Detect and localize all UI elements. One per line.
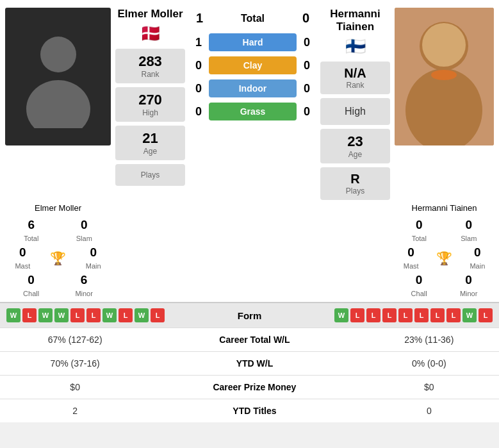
left-mast-main-row: 0 Mast 🏆 0 Main bbox=[5, 245, 111, 271]
indoor-button[interactable]: Indoor bbox=[209, 79, 297, 97]
left-form-8: W bbox=[135, 308, 149, 322]
right-form-8: W bbox=[462, 308, 477, 322]
prize-money-label: Career Prize Money bbox=[150, 376, 359, 399]
career-total-left: 67% (127-62) bbox=[0, 328, 150, 352]
stats-table: 67% (127-62) Career Total W/L 23% (11-36… bbox=[0, 328, 499, 422]
right-form-5: L bbox=[414, 308, 429, 322]
right-plays-label: Plays bbox=[323, 187, 387, 195]
right-form-9: L bbox=[479, 308, 493, 322]
right-rank-value: N/A bbox=[323, 66, 387, 81]
right-flag: 🇫🇮 bbox=[345, 37, 366, 56]
clay-right-score: 0 bbox=[300, 59, 314, 72]
grass-row: 0 Grass 0 bbox=[192, 103, 314, 120]
left-stats-spacer bbox=[111, 203, 184, 213]
right-player-label: Hermanni Tiainen bbox=[395, 203, 494, 213]
ytd-wl-left: 70% (37-16) bbox=[0, 352, 150, 376]
left-player-info: Elmer Moller 🇩🇰 283 Rank 270 High 21 Age… bbox=[113, 8, 187, 200]
total-row: 1 Total 0 bbox=[192, 11, 314, 26]
left-main-val: 0 bbox=[86, 245, 101, 260]
right-mast-lbl: Mast bbox=[404, 262, 419, 270]
left-form-7: L bbox=[119, 308, 133, 322]
ytd-wl-right: 0% (0-0) bbox=[359, 352, 499, 376]
right-form-6: L bbox=[430, 308, 445, 322]
right-total-cell: 0 Total bbox=[412, 218, 427, 244]
left-rank-value: 283 bbox=[119, 53, 182, 70]
career-total-label: Career Total W/L bbox=[150, 328, 359, 352]
right-age-label: Age bbox=[323, 150, 387, 159]
grass-left-score: 0 bbox=[192, 105, 206, 119]
hard-button[interactable]: Hard bbox=[209, 33, 297, 51]
ytd-titles-row: 2 YTD Titles 0 bbox=[0, 399, 499, 423]
left-total-val: 6 bbox=[24, 218, 38, 232]
left-high-box: 270 High bbox=[115, 87, 185, 122]
clay-button[interactable]: Clay bbox=[209, 56, 297, 74]
left-rank-box: 283 Rank bbox=[115, 49, 185, 83]
right-trophy-icon: 🏆 bbox=[436, 251, 452, 266]
left-chall-val: 0 bbox=[23, 273, 39, 287]
right-stats-block: 0 Total 0 Slam 0 Mast 🏆 0 Main bbox=[395, 218, 494, 299]
svg-point-1 bbox=[26, 80, 90, 128]
prize-money-row: $0 Career Prize Money $0 bbox=[0, 376, 499, 399]
surface-rows: 1 Hard 0 0 Clay 0 0 Indoor 0 bbox=[192, 33, 314, 126]
left-flag: 🇩🇰 bbox=[140, 24, 161, 44]
right-age-value: 23 bbox=[323, 133, 387, 150]
indoor-left-score: 0 bbox=[192, 82, 206, 95]
left-plays-box: Plays bbox=[115, 164, 185, 186]
left-form-5: L bbox=[86, 308, 101, 322]
right-slam-val: 0 bbox=[461, 218, 477, 232]
right-mast-val: 0 bbox=[404, 245, 419, 260]
right-chall-val: 0 bbox=[411, 273, 427, 287]
left-form-badges: W L W W L L W L W L bbox=[6, 308, 165, 322]
right-mast-main-row: 0 Mast 🏆 0 Main bbox=[395, 245, 494, 271]
right-form-4: L bbox=[398, 308, 413, 322]
right-form-2: L bbox=[366, 308, 380, 322]
right-rank-box: N/A Rank bbox=[320, 62, 390, 94]
player-name-labels: Elmer Moller Hermanni Tiainen bbox=[0, 203, 499, 218]
ytd-titles-right: 0 bbox=[359, 399, 499, 423]
left-chall-minor-row: 0 Chall 6 Minor bbox=[5, 273, 111, 299]
right-main-lbl: Main bbox=[470, 262, 485, 270]
left-minor-cell: 6 Minor bbox=[75, 273, 93, 299]
center-stats-spacer bbox=[190, 218, 316, 299]
left-player-name: Elmer Moller bbox=[117, 8, 183, 21]
right-chall-minor-row: 0 Chall 0 Minor bbox=[395, 273, 494, 299]
form-label: Form bbox=[228, 310, 272, 321]
center-section: 1 Total 0 1 Hard 0 0 Clay 0 bbox=[190, 8, 316, 200]
left-age-label: Age bbox=[119, 147, 182, 156]
right-form-0: W bbox=[334, 308, 348, 322]
left-total-lbl: Total bbox=[24, 235, 38, 242]
form-section: W L W W L L W L W L Form W L L L L L L L… bbox=[0, 302, 499, 328]
left-main-lbl: Main bbox=[86, 262, 101, 270]
left-high-label: High bbox=[119, 108, 182, 117]
left-slam-cell: 0 Slam bbox=[76, 218, 92, 244]
left-slam-val: 0 bbox=[76, 218, 92, 232]
left-chall-cell: 0 Chall bbox=[23, 273, 39, 299]
total-left-score: 1 bbox=[192, 11, 208, 26]
hard-row: 1 Hard 0 bbox=[192, 33, 314, 51]
right-player-name: Hermanni Tiainen bbox=[320, 8, 390, 33]
svg-point-0 bbox=[40, 37, 76, 72]
prize-money-right: $0 bbox=[359, 376, 499, 399]
left-chall-lbl: Chall bbox=[23, 290, 39, 297]
right-total-lbl: Total bbox=[412, 235, 427, 242]
grass-button[interactable]: Grass bbox=[209, 103, 297, 120]
left-stats-block: 6 Total 0 Slam 0 Mast 🏆 0 Main bbox=[5, 218, 111, 299]
right-form-3: L bbox=[382, 308, 397, 322]
left-info-spacer bbox=[113, 218, 187, 299]
career-total-row: 67% (127-62) Career Total W/L 23% (11-36… bbox=[0, 328, 499, 352]
left-form-0: W bbox=[6, 308, 20, 322]
right-player-photo bbox=[395, 8, 494, 145]
right-plays-value: R bbox=[323, 172, 387, 187]
left-rank-label: Rank bbox=[119, 70, 182, 79]
left-main-cell: 0 Main bbox=[86, 245, 101, 271]
left-player-label: Elmer Moller bbox=[5, 203, 111, 213]
right-slam-cell: 0 Slam bbox=[461, 218, 477, 244]
left-player-photo bbox=[5, 8, 111, 145]
right-form-7: L bbox=[446, 308, 461, 322]
left-form-4: L bbox=[70, 308, 85, 322]
left-form-3: W bbox=[54, 308, 69, 322]
right-stats-spacer bbox=[321, 203, 395, 213]
left-form-2: W bbox=[38, 308, 53, 322]
right-slam-lbl: Slam bbox=[461, 235, 477, 242]
left-form-6: W bbox=[102, 308, 117, 322]
